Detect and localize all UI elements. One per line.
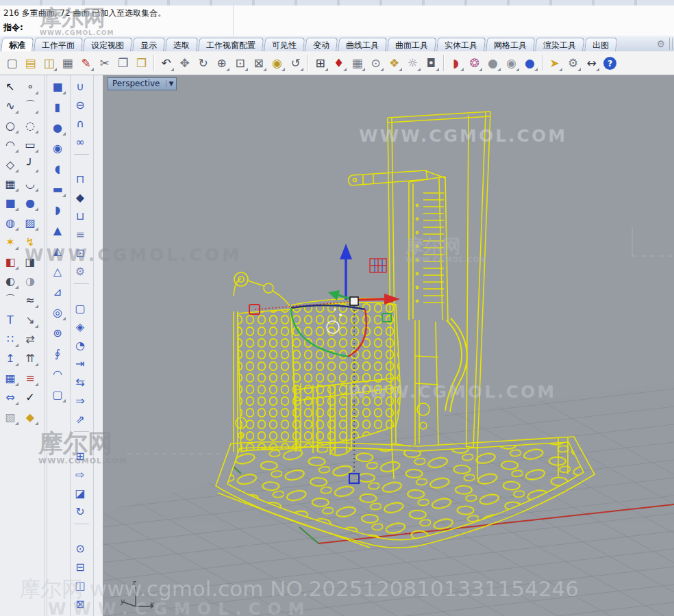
extrude-face-icon[interactable]: ⇨ — [71, 466, 89, 483]
sphere-slice-icon[interactable]: ◔ — [71, 337, 89, 354]
color-wheel-icon[interactable]: ❂ — [466, 55, 483, 72]
curve-control-points-icon[interactable]: ⌒ — [21, 97, 39, 114]
command-prompt[interactable]: 指令: — [3, 22, 23, 34]
offset-slab-icon[interactable]: ≡ — [71, 226, 89, 243]
paste-icon[interactable]: ❒ — [133, 55, 150, 72]
curve-interpolate-icon[interactable]: ∿ — [1, 97, 19, 114]
rotate-view-icon[interactable]: ↻ — [195, 55, 212, 72]
solid-spheres-icon[interactable]: ● — [21, 194, 39, 211]
options-gears-icon[interactable]: ⚙ — [564, 55, 582, 72]
curved-panel-icon[interactable]: ▢ — [49, 386, 66, 403]
viewport-title-bar[interactable]: Perspective ▼ — [108, 77, 177, 90]
command-splitter[interactable] — [233, 5, 234, 36]
solid-box-icon[interactable]: ■ — [1, 194, 19, 211]
mirror-icon[interactable]: ⇔ — [1, 389, 19, 406]
cut-box-icon[interactable]: ⊟ — [71, 559, 89, 576]
lightbulb-visibility-icon[interactable]: ☼ — [404, 55, 421, 72]
linear-array-red-icon[interactable]: ≡ — [21, 370, 39, 387]
sphere-with-points-icon[interactable]: ◉ — [49, 140, 66, 157]
extrude-to-solid-icon[interactable]: ⇒ — [71, 392, 89, 409]
rounded-cube-icon[interactable]: ▢ — [71, 300, 89, 317]
shell-icon[interactable]: ⊔ — [71, 207, 89, 224]
pan-hand-icon[interactable]: ✥ — [176, 55, 193, 72]
polygon-icon[interactable]: ◇ — [1, 156, 19, 173]
lock-icon[interactable]: ◘ — [423, 55, 440, 72]
fillet-curves-icon[interactable]: ⌒ — [1, 292, 19, 309]
slice-cube-icon[interactable]: ◪ — [71, 485, 89, 502]
check-mark-icon[interactable]: ✓ — [21, 389, 39, 406]
cube-dashed-icon[interactable]: ⊡ — [71, 244, 89, 261]
boolean-hex-icon[interactable]: ◆ — [71, 189, 89, 206]
cap-holes-icon[interactable]: ⊓ — [71, 170, 89, 188]
small-gears-icon[interactable]: ⚙ — [71, 263, 89, 280]
rectangle-icon[interactable]: ▭ — [21, 136, 39, 153]
extrude-tapered-icon[interactable]: ⇗ — [71, 411, 89, 428]
low-pyramid-icon[interactable]: ⊿ — [49, 283, 66, 300]
project-arrows-icon[interactable]: ⇈ — [21, 350, 39, 367]
gold-pyramid-icon[interactable]: ◆ — [21, 409, 39, 426]
split-icon[interactable]: ◨ — [21, 253, 39, 270]
command-area[interactable]: 216 多重曲面, 72 曲面 已加入至选取集合。 指令: — [0, 5, 674, 36]
help-icon[interactable]: ? — [603, 57, 616, 70]
paraboloid-icon[interactable]: ◗ — [49, 201, 66, 218]
scale-icon[interactable]: ↘ — [21, 311, 39, 329]
tube-in-box-icon[interactable]: ◫ — [71, 577, 89, 594]
flat-ellipsoid-icon[interactable]: ▬ — [49, 181, 66, 198]
pipe-curve-icon[interactable]: ∮ — [49, 345, 66, 362]
zoom-window-icon[interactable]: ⊡ — [232, 55, 249, 72]
render-shield-icon[interactable]: ◗ — [447, 55, 464, 72]
gray-solids-icon[interactable]: ▧ — [1, 409, 19, 426]
shaded-sphere-selected-icon[interactable]: ◉ — [503, 55, 520, 72]
box-icon[interactable]: ■ — [49, 78, 66, 95]
wireframe-model[interactable] — [216, 112, 595, 548]
cone-pointer-icon[interactable]: ➤ — [546, 55, 563, 72]
surface-from-points-icon[interactable]: ▦ — [1, 175, 19, 192]
print-icon[interactable]: ▦ — [59, 55, 76, 72]
arc-icon[interactable]: ◠ — [1, 136, 19, 153]
dome-icon[interactable]: ◠ — [49, 365, 66, 383]
spheres-pair-icon[interactable]: ∞ — [71, 133, 89, 151]
set-cplane-icon[interactable]: ⊙ — [367, 55, 384, 72]
cube-control-points-icon[interactable]: ⊞ — [71, 448, 89, 465]
viewport-canvas[interactable] — [103, 75, 674, 616]
notch-box-icon[interactable]: ⊠ — [71, 595, 89, 613]
rendered-sphere-icon[interactable]: ● — [521, 55, 538, 72]
boolean-shaded-icon[interactable]: ◐ — [1, 272, 19, 290]
text-object-icon[interactable]: T — [1, 311, 19, 329]
perspective-viewport[interactable]: Perspective ▼ — [103, 75, 674, 616]
chevron-down-icon[interactable]: ▼ — [166, 80, 174, 87]
circle-icon[interactable]: ○ — [1, 117, 19, 134]
change-layer-icon[interactable]: ⇄ — [21, 331, 39, 348]
rotate-face-icon[interactable]: ↻ — [71, 503, 89, 520]
torus-icon[interactable]: ⊚ — [49, 324, 66, 342]
faceted-cube-icon[interactable]: ◈ — [71, 318, 89, 335]
boolean-open-icon[interactable]: ◑ — [21, 272, 39, 290]
named-view-car-icon[interactable]: ♦ — [330, 55, 347, 72]
edit-page-icon[interactable]: ✎ — [77, 55, 95, 72]
new-document-icon[interactable]: ▢ — [3, 55, 21, 72]
cylinder-icon[interactable]: ▮ — [49, 99, 66, 116]
grid-3x3-icon[interactable]: ▦ — [1, 370, 19, 387]
sphere-icon[interactable]: ● — [49, 119, 66, 136]
zoom-selected-icon[interactable]: ◉ — [269, 55, 286, 72]
blend-curves-icon[interactable]: ≈ — [21, 292, 39, 309]
boolean-union-icon[interactable]: ∪ — [71, 78, 89, 95]
fillet-curve-icon[interactable]: ╯ — [21, 156, 39, 173]
extrude-straight-main-icon[interactable]: ↥ — [1, 350, 19, 367]
curved-surface-icon[interactable]: ◡ — [21, 175, 39, 192]
ellipse-icon[interactable]: ◌ — [21, 117, 39, 134]
ellipsoid-icon[interactable]: ◖ — [49, 160, 66, 177]
shaded-sphere-icon[interactable]: ● — [484, 55, 501, 72]
sphere-in-box-icon[interactable]: ⊙ — [71, 540, 89, 557]
trim-icon[interactable]: ◧ — [1, 253, 19, 270]
save-icon[interactable]: ◫ — [40, 55, 58, 72]
extrude-both-sides-icon[interactable]: ⇆ — [71, 374, 89, 391]
pyramid-icon[interactable]: △ — [49, 263, 66, 280]
select-arrow-icon[interactable]: ↖ — [1, 78, 19, 95]
extrude-straight-icon[interactable]: ⇥ — [71, 355, 89, 372]
undo-icon[interactable]: ↶ — [158, 55, 175, 72]
boolean-intersection-icon[interactable]: ∩ — [71, 115, 89, 132]
revolve-surface-icon[interactable]: ◍ — [1, 214, 19, 231]
cone-icon[interactable]: ▲ — [49, 222, 66, 239]
dimension-icon[interactable]: ↔ — [583, 55, 600, 72]
